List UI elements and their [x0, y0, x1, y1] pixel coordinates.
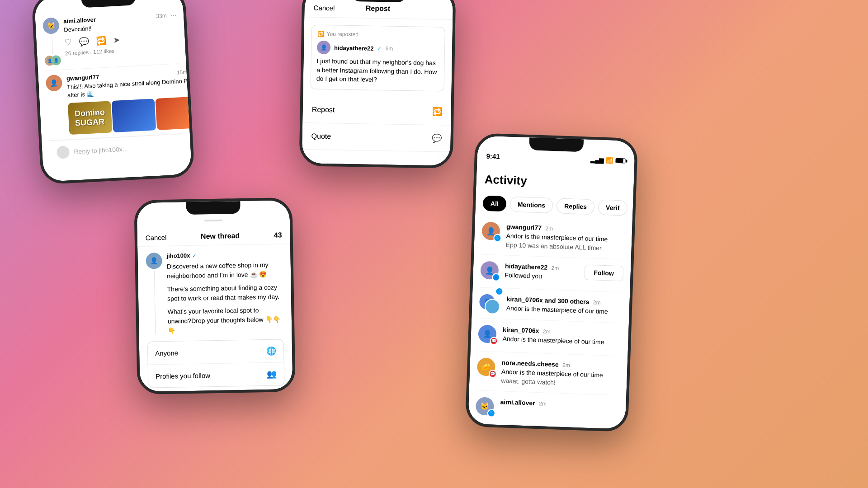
- battery-icon: [615, 158, 625, 164]
- activity-badge-follow: 👤: [492, 273, 500, 282]
- composer-text-1[interactable]: Discovered a new coffee shop in my neigh…: [167, 260, 283, 281]
- composer-text-3[interactable]: What's your favorite local spot to unwin…: [167, 305, 283, 335]
- signal-icon: ▂▄▆: [590, 156, 604, 164]
- more-button-aimi[interactable]: ···: [170, 11, 176, 19]
- composer-body: 👤 jiho100x ✓ Discovered a new coffee sho…: [137, 244, 293, 392]
- activity-avatar-nora: 🧀 💬: [477, 357, 498, 378]
- activity-item-aimi: 🐱 ♡ aimi.allover 2m: [475, 390, 619, 428]
- thread-post-1: 🐱 👤 👤 aimi.allover 33m ···: [42, 6, 179, 70]
- activity-info-kiran-others: kiran_0706x and 300 others 2m Andor is t…: [506, 295, 623, 316]
- badge-blue-kiran: ♡: [495, 287, 504, 296]
- repost-post-text: I just found out that my neighbor's dog …: [316, 57, 439, 85]
- activity-avatar-hidayat: 👤 👤: [480, 261, 501, 282]
- activity-username-hidayat: hidayathere22: [505, 263, 548, 271]
- reply-images: DominoSUGAR: [68, 97, 192, 135]
- reply-input[interactable]: Reply to jiho100x...: [74, 145, 128, 155]
- activity-text-kiran-others: Andor is the masterpiece of our time: [506, 304, 622, 316]
- you-reposted-label: 🔁 You reposted: [317, 31, 439, 39]
- activity-title: Activity: [484, 173, 626, 192]
- activity-time-kiran: 2m: [543, 328, 551, 335]
- phone-activity: 9:41 ▂▄▆ 📶 Activity All Mentions Replies…: [465, 133, 638, 432]
- people-icon: 👥: [267, 369, 277, 379]
- activity-text-kiran: Andor is the masterpiece of our time: [502, 334, 621, 347]
- avatar-hidayat-modal: 👤: [317, 41, 331, 55]
- activity-info-gwang: gwangurl77 2m Andor is the masterpiece o…: [506, 222, 625, 253]
- audience-anyone[interactable]: Anyone 🌐: [148, 339, 284, 365]
- quote-icon: 💬: [431, 133, 441, 143]
- activity-username-gwang: gwangurl77: [506, 223, 542, 231]
- follow-button[interactable]: Follow: [584, 265, 623, 282]
- share-button[interactable]: ➤: [113, 35, 120, 45]
- verified-icon: ✓: [377, 45, 382, 52]
- time-aimi: 33m: [156, 13, 167, 19]
- activity-text-hidayat: Followed you: [505, 271, 580, 282]
- phone-thread-replies: 🐱 👤 👤 aimi.allover 33m ···: [31, 0, 195, 185]
- activity-info-hidayat: hidayathere22 2m Followed you: [505, 262, 580, 282]
- tab-mentions[interactable]: Mentions: [509, 197, 553, 213]
- activity-time-hidayat: 2m: [551, 265, 559, 272]
- activity-time-aimi-activity: 2m: [539, 400, 547, 407]
- more-button-gwang[interactable]: ···: [191, 67, 192, 76]
- repost-time: 6m: [385, 46, 393, 52]
- reply-avatar: [57, 146, 70, 159]
- composer-text-2[interactable]: There's something about finding a cozy s…: [167, 282, 283, 303]
- repost-username: hidayathere22: [334, 44, 374, 52]
- wifi-icon: 📶: [606, 157, 613, 164]
- tab-verified[interactable]: Verif: [598, 200, 627, 216]
- repost-preview-card: 🔁 You reposted 👤 hidayathere22 ✓ 6m I ju…: [310, 25, 445, 92]
- comment-button[interactable]: 💬: [79, 37, 89, 47]
- char-count: 43: [274, 231, 282, 239]
- thread-post-2: 👤 gwangurl77 15m ··· This!!! Also taking…: [45, 64, 183, 141]
- activity-time-gwang: 2m: [545, 225, 553, 232]
- activity-badge-blue: ♡: [493, 234, 502, 242]
- repost-icon: 🔁: [432, 107, 442, 117]
- avatar-aimi: 🐱: [42, 17, 60, 34]
- repost-modal-sheet: Cancel Repost 🔁 You reposted 👤 hidayathe…: [302, 0, 453, 166]
- tab-all[interactable]: All: [482, 196, 506, 212]
- activity-avatar-kiran: 👤 💬: [478, 324, 499, 345]
- reply-avatars: 👤 👤: [44, 55, 61, 66]
- activity-item-gwang: 👤 ♡ gwangurl77 2m Andor is the masterpie…: [481, 216, 625, 260]
- repost-action-button[interactable]: Repost 🔁: [302, 96, 451, 126]
- phone-repost-modal: 👤 hidayathere22 6m ··· I just found out …: [299, 0, 456, 169]
- quote-action-button[interactable]: Quote 💬: [302, 123, 451, 152]
- repost-action-label: Repost: [312, 105, 335, 114]
- composer-title: New thread: [201, 232, 240, 241]
- avatar-gwang: 👤: [46, 75, 63, 92]
- activity-info-nora: nora.needs.cheese 2m Andor is the master…: [501, 358, 620, 389]
- activity-avatar-gwang: 👤 ♡: [481, 222, 502, 243]
- anyone-label: Anyone: [155, 349, 178, 357]
- image-domino: DominoSUGAR: [68, 101, 113, 135]
- audience-profiles-follow[interactable]: Profiles you follow 👥: [148, 362, 284, 387]
- username-gwang: gwangurl77: [66, 73, 99, 82]
- activity-item-kiran: 👤 💬 kiran_0706x 2m Andor is the masterpi…: [478, 318, 622, 356]
- time-gwang: 15m: [177, 69, 188, 75]
- profiles-follow-label: Profiles you follow: [156, 371, 210, 380]
- modal-cancel-button[interactable]: Cancel: [314, 4, 335, 12]
- notch: [529, 137, 584, 152]
- cancel-button[interactable]: Cancel: [146, 233, 167, 241]
- activity-username-aimi-activity: aimi.allover: [500, 398, 535, 407]
- activity-info-kiran: kiran_0706x 2m Andor is the masterpiece …: [502, 325, 621, 347]
- activity-item-kiran-others: 👤 ♡ kiran_0706x and 300 others 2m Andor …: [479, 288, 623, 323]
- image-orange: [156, 97, 192, 131]
- modal-handle: [204, 220, 222, 222]
- status-icons: ▂▄▆ 📶: [590, 156, 626, 164]
- globe-icon: 🌐: [266, 346, 276, 356]
- activity-badge-red-nora: 💬: [489, 370, 497, 378]
- activity-item-nora: 🧀 💬 nora.needs.cheese 2m Andor is the ma…: [476, 351, 621, 395]
- activity-badge-red: 💬: [490, 337, 498, 345]
- composer-post: 👤 jiho100x ✓ Discovered a new coffee sho…: [146, 250, 283, 336]
- image-blue: [112, 99, 156, 133]
- activity-info-aimi: aimi.allover 2m: [500, 398, 618, 410]
- quote-action-label: Quote: [311, 132, 331, 141]
- status-time: 9:41: [486, 152, 500, 160]
- activity-time-nora: 2m: [562, 362, 570, 369]
- activity-item-hidayat: 👤 👤 hidayathere22 2m Followed you Follow: [480, 255, 623, 293]
- audience-options: Anyone 🌐 Profiles you follow 👥: [147, 339, 285, 388]
- repost-button[interactable]: 🔁: [96, 36, 106, 46]
- phone-composer: Cancel New thread 43 👤 jiho100x ✓ D: [134, 197, 295, 394]
- tab-replies[interactable]: Replies: [557, 198, 595, 215]
- modal-header: Cancel Repost: [304, 0, 453, 20]
- like-button[interactable]: ♡: [64, 38, 72, 48]
